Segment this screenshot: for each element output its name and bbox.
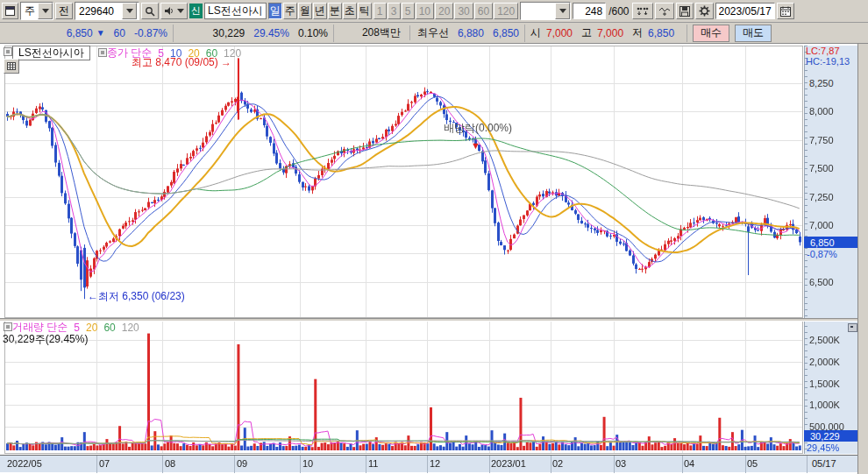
bar-count-total: /600: [608, 5, 630, 18]
chevron-down-icon: [38, 3, 53, 19]
price-axis-ticks: [804, 46, 808, 318]
interval-button-5[interactable]: 5: [402, 3, 415, 19]
stock-code-input[interactable]: [79, 4, 119, 18]
pane-collapse-box[interactable]: [4, 47, 12, 56]
x-axis-separator: [96, 456, 97, 473]
new-chart-window-button[interactable]: [2, 3, 18, 19]
period-tab-1[interactable]: 주: [283, 3, 297, 19]
volume-axis-label-1000000: 1,000K: [809, 400, 840, 410]
calendar-button[interactable]: [777, 3, 794, 19]
chevron-down-icon: [177, 9, 184, 13]
best-quote-label: 최우선: [409, 25, 449, 40]
x-axis-end-label: 05/17: [812, 458, 836, 469]
open-label: 시: [530, 25, 541, 40]
x-axis-separator: [427, 456, 428, 473]
legend-collapse-box[interactable]: [98, 48, 107, 57]
bar-count-input[interactable]: [573, 3, 606, 19]
save-button[interactable]: [676, 3, 694, 19]
date-input[interactable]: [715, 3, 775, 19]
low-price: 6,850: [648, 27, 674, 39]
search-button[interactable]: [141, 3, 159, 19]
hc-value: HC:-19,13: [806, 56, 850, 67]
calendar-icon: [780, 6, 791, 17]
lc-value: LC:7,87: [806, 46, 840, 56]
add-indicator-button[interactable]: [655, 3, 674, 19]
speaker-icon: [164, 6, 174, 16]
sound-alert-button[interactable]: [160, 3, 188, 19]
interval-button-group: 13510203060120: [374, 3, 518, 19]
info-bar: 6,850 ▼ 60 -0.87% 30,229 29.45% 0.10% 20…: [0, 23, 868, 44]
volume-value: 30,229: [213, 27, 245, 39]
low-label: 저: [632, 25, 643, 40]
x-axis-label-11: 11: [368, 458, 378, 469]
x-axis-separator: [682, 456, 683, 473]
volume-axis-label-2500000: 2,500K: [809, 335, 840, 345]
period-tab-6[interactable]: 틱: [358, 3, 372, 19]
best-ask: 6,880: [458, 27, 484, 39]
dividend-marker-icon: ▼: [471, 140, 480, 151]
period-tab-3[interactable]: 년: [313, 3, 327, 19]
jeon-button[interactable]: 전: [55, 3, 73, 19]
interval-button-60[interactable]: 60: [474, 3, 493, 19]
x-axis-label-09: 09: [237, 458, 247, 469]
stock-chart-window: 주 전 신 LS전선아시 일주월년분초틱 13510203060120: [0, 0, 868, 474]
price-axis-label-7500: 7,500: [809, 163, 834, 173]
stock-code-combo[interactable]: [75, 2, 139, 20]
volume-legend-period-120[interactable]: 120: [122, 322, 139, 334]
chart-canvas[interactable]: [0, 44, 868, 474]
window-icon: [5, 6, 15, 16]
high-label: 고: [581, 25, 592, 40]
search-icon: [145, 6, 155, 17]
current-price-pct: -0,87%: [807, 249, 837, 259]
grid-icon: [7, 62, 16, 70]
x-axis-label-2022/05: 2022/05: [7, 458, 42, 469]
x-axis-separator: [366, 456, 366, 473]
period-tab-4[interactable]: 분: [328, 3, 342, 19]
volume-pane-mini-icon[interactable]: [848, 323, 857, 332]
x-axis-label-12: 12: [430, 458, 440, 469]
interval-button-10[interactable]: 10: [416, 3, 434, 19]
x-axis-separator: [300, 456, 301, 473]
period-tab-2[interactable]: 월: [298, 3, 312, 19]
dividend-annotation: 배당락(0.00%): [444, 121, 512, 136]
chart-tab[interactable]: LS전선아시아: [12, 46, 90, 60]
interval-button-1[interactable]: 1: [374, 3, 387, 19]
x-axis-separator: [807, 456, 808, 473]
sell-button[interactable]: 매도: [735, 25, 772, 42]
period-tab-5[interactable]: 초: [343, 3, 357, 19]
volume-cell: 30,229 29.45% 0.10%: [174, 25, 334, 42]
interval-button-20[interactable]: 20: [435, 3, 453, 19]
buy-button[interactable]: 매수: [693, 25, 729, 42]
best-bid: 6,850: [493, 27, 519, 39]
current-price: 6,850: [67, 27, 93, 39]
x-axis-label-08: 08: [165, 458, 175, 469]
compare-chart-button[interactable]: [632, 3, 653, 19]
settings-button[interactable]: [695, 3, 714, 19]
open-price: 7,000: [546, 27, 573, 39]
x-axis-separator: [745, 456, 746, 473]
period-tab-0[interactable]: 일: [268, 3, 282, 19]
x-axis-strip[interactable]: 05/17 2022/050708091011122023/0102030405: [0, 455, 857, 472]
volume-legend-collapse-box[interactable]: [4, 322, 12, 331]
price-axis-label-8250: 8,250: [809, 78, 834, 88]
period-tab-group: 일주월년분초틱: [268, 3, 372, 19]
volume-ratio: 29.45%: [253, 27, 289, 39]
down-arrow-icon: ▼: [96, 28, 105, 38]
trade-amount: 208백만: [362, 25, 401, 40]
current-price-badge: 6,850: [804, 237, 857, 248]
x-axis-label-2023/01: 2023/01: [491, 458, 526, 469]
price-axis-label-8000: 8,000: [809, 106, 834, 117]
x-axis-label-07: 07: [99, 458, 110, 469]
interval-button-30[interactable]: 30: [454, 3, 473, 19]
interval-button-3[interactable]: 3: [388, 3, 401, 19]
compare-icon: [636, 6, 650, 17]
x-axis-separator: [489, 456, 490, 473]
data-grid-button[interactable]: [4, 59, 19, 74]
interval-combo[interactable]: [520, 2, 571, 20]
interval-button-120[interactable]: 120: [494, 3, 518, 19]
high-annotation: 최고 8,470 (09/05) →: [132, 55, 231, 70]
period-combo[interactable]: 주: [20, 2, 53, 20]
x-axis-label-10: 10: [302, 458, 313, 469]
volume-legend-period-60[interactable]: 60: [103, 322, 115, 334]
price-axis-label-7250: 7,250: [809, 192, 834, 202]
